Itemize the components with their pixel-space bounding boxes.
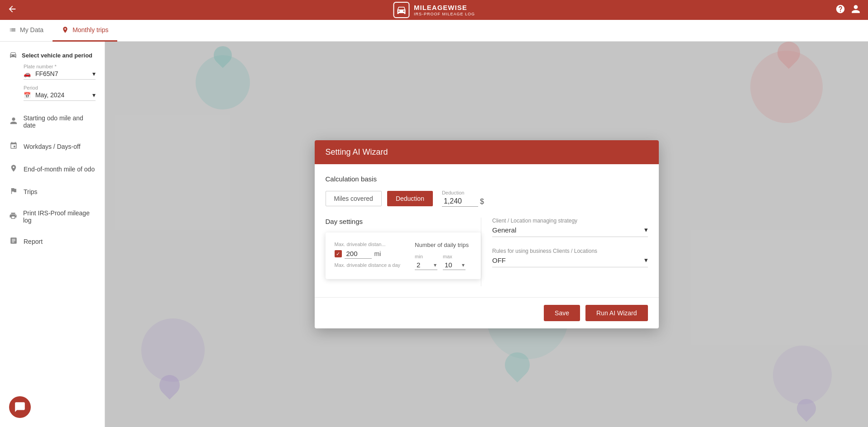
profile-button[interactable] xyxy=(851,4,861,16)
app-title: MILEAGEWISE xyxy=(414,4,467,11)
min-label: min xyxy=(415,254,437,259)
car-icon xyxy=(9,51,17,60)
sidebar-item-workdays[interactable]: Workdays / Days-off xyxy=(0,135,105,158)
rules-field: Rules for using business Clients / Locat… xyxy=(492,248,648,267)
help-button[interactable] xyxy=(835,4,845,16)
chat-bubble[interactable] xyxy=(9,396,31,418)
rules-value: OFF xyxy=(492,256,506,264)
select-vehicle-label: Select vehicle and period xyxy=(22,52,92,59)
client-strategy-label: Client / Location managing strategy xyxy=(492,218,648,224)
max-dist-input[interactable] xyxy=(345,249,372,259)
calendar-icon: 📅 xyxy=(24,92,31,99)
period-dropdown-arrow: ▾ xyxy=(92,91,96,99)
period-value: May, 2024 xyxy=(35,91,64,99)
person-icon xyxy=(9,117,18,127)
rules-label: Rules for using business Clients / Locat… xyxy=(492,248,648,254)
tab-monthly-trips[interactable]: Monthly trips xyxy=(53,20,117,42)
day-settings-card: Max. driveable distan... mi Max. driveab… xyxy=(326,232,481,279)
period-field[interactable]: Period 📅 May, 2024 ▾ xyxy=(24,85,96,101)
save-button[interactable]: Save xyxy=(544,305,580,321)
vehicle-dropdowns: Plate number * 🚗 FF65N7 ▾ Period 📅 May, … xyxy=(0,62,105,108)
tabs-bar: My Data Monthly trips xyxy=(0,20,868,42)
odo-icon xyxy=(9,164,18,174)
max-dist-group: Max. driveable distan... mi Max. driveab… xyxy=(335,242,401,268)
num-trips-group: Number of daily trips min 2345 xyxy=(415,242,469,270)
plate-dropdown-arrow: ▾ xyxy=(92,70,96,77)
day-settings-title: Day settings xyxy=(326,218,481,225)
dialog-two-col: Day settings Max. driveable distan... mi xyxy=(326,218,648,286)
calc-basis-title: Calculation basis xyxy=(326,175,648,183)
sidebar-item-print[interactable]: Print IRS-Proof mileage log xyxy=(0,203,105,230)
client-strategy-select-row[interactable]: General ▾ xyxy=(492,226,648,237)
deduction-label: Deduction xyxy=(442,190,484,195)
num-trips-min-select[interactable]: 2345 xyxy=(415,260,437,270)
max-label: max xyxy=(443,254,465,259)
client-strategy-value: General xyxy=(492,226,516,234)
tab-my-data-label: My Data xyxy=(20,26,43,33)
dialog-right-col: Client / Location managing strategy Gene… xyxy=(481,218,648,286)
max-dist-hint: Max. driveable distance a day xyxy=(335,262,401,268)
sidebar-end-of-month-label: End-of-month mile of odo xyxy=(24,166,95,173)
rules-select-row[interactable]: OFF ▾ xyxy=(492,256,648,267)
sidebar-item-report[interactable]: Report xyxy=(0,230,105,253)
deduction-button[interactable]: Deduction xyxy=(387,191,433,206)
plate-car-icon: 🚗 xyxy=(24,71,31,77)
tab-monthly-trips-label: Monthly trips xyxy=(72,26,108,33)
sidebar-item-end-of-month[interactable]: End-of-month mile of odo xyxy=(0,158,105,180)
top-navigation: MILEAGEWISE IRS-PROOF MILEAGE LOG xyxy=(0,0,868,20)
sidebar-item-select-vehicle[interactable]: Select vehicle and period xyxy=(0,45,105,62)
sidebar-item-trips[interactable]: Trips xyxy=(0,180,105,203)
calc-basis-row: Miles covered Deduction Deduction $ xyxy=(326,190,648,207)
tab-my-data[interactable]: My Data xyxy=(0,20,53,42)
dialog-title: Setting AI Wizard xyxy=(326,147,388,157)
client-strategy-field: Client / Location managing strategy Gene… xyxy=(492,218,648,237)
sidebar-starting-odo-label: Starting odo mile and date xyxy=(24,114,96,129)
rules-arrow: ▾ xyxy=(644,256,648,264)
miles-covered-button[interactable]: Miles covered xyxy=(326,191,382,206)
calendar-icon2 xyxy=(9,142,18,152)
dollar-sign: $ xyxy=(480,198,484,206)
report-icon xyxy=(9,237,18,247)
sidebar: Select vehicle and period Plate number *… xyxy=(0,42,105,427)
num-trips-max-select[interactable]: 108612 xyxy=(443,260,465,270)
client-strategy-arrow: ▾ xyxy=(644,226,648,234)
sidebar-item-starting-odo[interactable]: Starting odo mile and date xyxy=(0,108,105,135)
max-dist-label: Max. driveable distan... xyxy=(335,242,401,247)
sidebar-print-label: Print IRS-Proof mileage log xyxy=(23,209,96,224)
app-subtitle: IRS-PROOF MILEAGE LOG xyxy=(414,12,475,16)
deduction-field: Deduction $ xyxy=(442,190,484,207)
sidebar-trips-label: Trips xyxy=(24,188,38,195)
dialog-header: Setting AI Wizard xyxy=(315,140,659,164)
logo-text-block: MILEAGEWISE IRS-PROOF MILEAGE LOG xyxy=(414,4,475,16)
num-trips-min-field: min 2345 xyxy=(415,254,437,270)
deduction-input[interactable] xyxy=(442,196,478,207)
dialog-footer: Save Run AI Wizard xyxy=(315,297,659,328)
back-button[interactable] xyxy=(7,4,17,16)
plate-number-label: Plate number * xyxy=(24,64,96,69)
sidebar-report-label: Report xyxy=(24,238,43,245)
flag-icon xyxy=(9,187,18,197)
ai-wizard-dialog: Setting AI Wizard Calculation basis Mile… xyxy=(315,140,659,328)
num-trips-label: Number of daily trips xyxy=(415,242,469,248)
logo-icon xyxy=(393,2,409,18)
plate-number-field[interactable]: Plate number * 🚗 FF65N7 ▾ xyxy=(24,64,96,80)
num-trips-max-field: max 108612 xyxy=(443,254,465,270)
print-icon xyxy=(9,212,18,222)
max-dist-checkbox[interactable] xyxy=(335,250,342,257)
max-dist-unit: mi xyxy=(374,250,381,257)
plate-number-value: FF65N7 xyxy=(35,70,58,77)
run-ai-wizard-button[interactable]: Run AI Wizard xyxy=(585,305,647,321)
sidebar-workdays-label: Workdays / Days-off xyxy=(24,143,81,150)
period-label: Period xyxy=(24,85,96,90)
content-area: Setting AI Wizard Calculation basis Mile… xyxy=(105,42,868,427)
dialog-left-col: Day settings Max. driveable distan... mi xyxy=(326,218,481,286)
